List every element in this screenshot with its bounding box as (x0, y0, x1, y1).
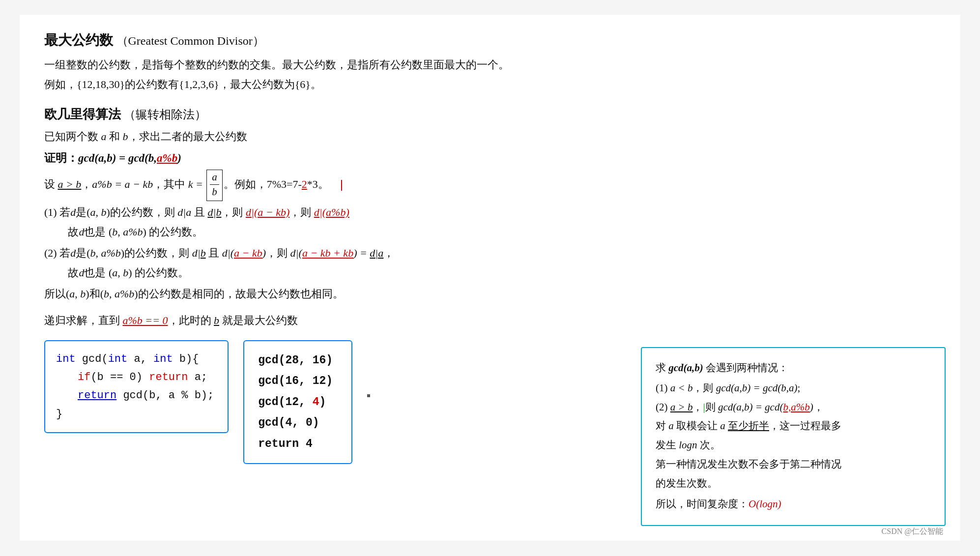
info-line8: 所以，时间复杂度：O(logn) (656, 495, 931, 513)
title-chinese: 最大公约数 (44, 32, 113, 48)
code-line3: return gcd(b, a % b); (56, 386, 214, 405)
proof-step-1a: (1) 若d是(a, b)的公约数，则 d|a 且 d|b，则 d|(a − k… (44, 203, 936, 222)
step-3: gcd(12, 4) (258, 392, 333, 413)
steps-box: gcd(28, 16) gcd(16, 12) gcd(12, 4) gcd(4… (243, 340, 352, 465)
step-4: gcd(4, 0) (258, 412, 333, 434)
proof-conclusion: 所以(a, b)和(b, a%b)的公约数是相同的，故最大公约数也相同。 (44, 285, 936, 304)
proof-formula-line: 证明：gcd(a,b) = gcd(b,a%b) (44, 148, 936, 168)
info-line6: 第一种情况发生次数不会多于第二种情况 (656, 455, 931, 473)
intro-line2: 例如，{12,18,30}的公约数有{1,2,3,6}，最大公约数为{6}。 (44, 75, 936, 94)
proof-step-2b: 故d也是 (a, b) 的公约数。 (44, 263, 936, 283)
step-1: gcd(28, 16) (258, 350, 333, 371)
info-line2: (1) a < b，则 gcd(a,b) = gcd(b,a); (656, 379, 931, 397)
proof-step-2a: (2) 若d是(b, a%b)的公约数，则 d|b 且 d|(a − kb)，则… (44, 244, 936, 263)
dot-marker (367, 394, 370, 397)
intro-line1: 一组整数的公约数，是指每个整数的约数的交集。最大公约数，是指所有公约数里面最大的… (44, 56, 936, 75)
algo-title: 欧几里得算法 （辗转相除法） (44, 103, 936, 126)
info-line3: (2) a > b，|则 gcd(a,b) = gcd(b,a%b)， (656, 398, 931, 416)
step-5: return 4 (258, 434, 333, 455)
set-line: 设 a > b，a%b = a − kb，其中 k = a b 。例如，7%3=… (44, 170, 936, 201)
code-line4: } (56, 405, 214, 423)
step-2: gcd(16, 12) (258, 371, 333, 392)
info-box: 求 gcd(a,b) 会遇到两种情况： (1) a < b，则 gcd(a,b)… (641, 347, 946, 526)
title-english: （Greatest Common Divisor） (116, 34, 264, 47)
info-line7: 的发生次数。 (656, 474, 931, 493)
proof-step-1b: 故d也是 (b, a%b) 的公约数。 (44, 223, 936, 242)
code-box: int gcd(int a, int b){ if(b == 0) return… (44, 340, 229, 434)
algo-desc: 已知两个数 a 和 b，求出二者的最大公约数 (44, 127, 936, 146)
recursive-line: 递归求解，直到 a%b == 0，此时的 b 就是最大公约数 (44, 311, 936, 330)
page-content: 最大公约数 （Greatest Common Divisor） 一组整数的公约数… (20, 15, 960, 541)
info-line1: 求 gcd(a,b) 会遇到两种情况： (656, 359, 931, 377)
code-line1: int gcd(int a, int b){ (56, 350, 214, 368)
info-line4: 对 a 取模会让 a 至少折半，这一过程最多 (656, 417, 931, 435)
code-line2: if(b == 0) return a; (56, 368, 214, 386)
bottom-credit: CSDN @仁公智能 (882, 527, 943, 537)
page-title: 最大公约数 （Greatest Common Divisor） (44, 29, 936, 52)
info-line5: 发生 logn 次。 (656, 436, 931, 454)
